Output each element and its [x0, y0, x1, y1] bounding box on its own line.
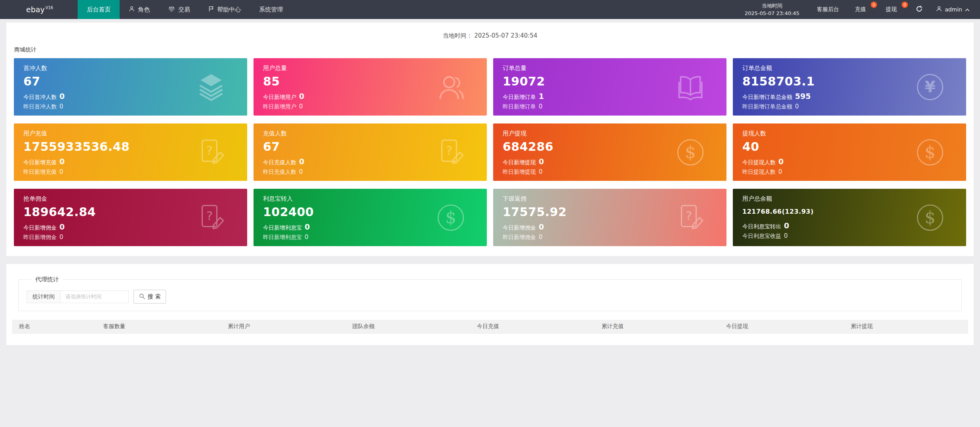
search-icon	[139, 293, 145, 300]
stat-card: 用户充值 1755933536.48 今日新增充值 0 昨日新增充值 0 ?	[14, 123, 247, 181]
stat-line-value: 1	[539, 92, 544, 101]
stats-card-grid: 首冲人数 67 今日首冲人数 0 昨日首冲人数 0 用户总量 85 今日新增用户…	[14, 58, 966, 246]
stat-line-value: 0	[59, 157, 65, 166]
stat-line-value: 0	[539, 103, 543, 110]
stat-card-title: 充值人数	[263, 130, 477, 137]
nav-recharge[interactable]: 充值 0	[847, 0, 878, 19]
stat-line-value: 0	[299, 157, 304, 166]
svg-text:$: $	[445, 207, 456, 227]
search-button-label: 搜 索	[148, 293, 160, 300]
stat-card-title: 用户总量	[263, 65, 477, 72]
file-edit-icon: ?	[196, 137, 227, 168]
stat-card-yesterday-line: 昨日提现人数 0	[742, 168, 957, 176]
refresh-button[interactable]	[909, 0, 930, 19]
stat-line-label: 今日新增用户	[263, 94, 296, 101]
stat-card-yesterday-line: 昨日新增利息宝 0	[263, 233, 477, 241]
stat-card: 利息宝转入 102400 今日新增利息宝 0 昨日新增利息宝 0 $	[254, 189, 487, 246]
user-menu[interactable]: admin	[930, 0, 980, 19]
stat-time-label: 统计时间	[27, 290, 61, 303]
stat-card: 充值人数 67 今日充值人数 0 昨日充值人数 0 ?	[254, 123, 487, 181]
person-icon	[129, 6, 135, 13]
stat-line-label: 昨日新增佣金	[503, 234, 536, 241]
table-header-cell: 今日充值	[470, 320, 595, 333]
dollar-circle-icon: $	[675, 137, 706, 168]
stat-line-label: 今日利息宝转出	[742, 223, 781, 230]
stat-card-yesterday-line: 昨日新增充值 0	[23, 168, 238, 176]
section-title-mall-stats: 商城统计	[14, 46, 974, 53]
stat-line-value: 0	[59, 222, 65, 231]
flag-icon	[208, 6, 214, 13]
stat-time-input[interactable]	[61, 290, 129, 303]
nav-tab-system[interactable]: 系统管理	[250, 0, 292, 19]
stat-card-yesterday-line: 昨日新增提现 0	[503, 168, 717, 176]
search-button[interactable]: 搜 索	[133, 290, 166, 304]
stat-card: 提现人数 40 今日提现人数 0 昨日提现人数 0 $	[733, 123, 966, 181]
people-icon	[435, 72, 466, 102]
stat-line-value: 0	[784, 232, 788, 239]
stat-line-label: 今日新增佣金	[23, 224, 57, 232]
recharge-badge: 0	[871, 2, 877, 8]
svg-text:$: $	[925, 142, 935, 162]
stat-line-value: 0	[539, 157, 544, 166]
stat-line-value: 0	[784, 221, 789, 230]
stat-line-label: 今日新增订单总金额	[742, 94, 792, 101]
file-edit-icon: ?	[435, 137, 466, 168]
stat-line-label: 昨日充值人数	[263, 169, 296, 176]
stat-card-yesterday-line: 今日利息宝收益 0	[742, 232, 957, 240]
stat-card-title: 抢单佣金	[23, 195, 238, 203]
stat-card-title: 提现人数	[742, 130, 957, 137]
nav-tab-trade[interactable]: 交易	[159, 0, 199, 19]
layers-icon	[196, 72, 227, 102]
stat-line-label: 今日新增充值	[23, 159, 57, 166]
nav-tab-help[interactable]: 帮助中心	[199, 0, 250, 19]
table-header-cell: 累计提现	[843, 320, 968, 333]
dollar-circle-icon: $	[915, 202, 946, 233]
stat-line-value: 0	[539, 233, 543, 241]
stat-card-yesterday-line: 昨日首冲人数 0	[23, 103, 238, 110]
table-header-cell: 累计充值	[594, 320, 719, 333]
stat-line-label: 昨日新增订单总金额	[742, 103, 792, 110]
stat-line-label: 昨日新增提现	[503, 169, 536, 176]
stats-panel: 当地时间： 2025-05-07 23:40:54 商城统计 首冲人数 67 今…	[6, 23, 974, 256]
agent-table: 姓名客服数量累计用户团队余额今日充值累计充值今日提现累计提现	[12, 320, 968, 339]
nav-withdraw[interactable]: 提现 0	[878, 0, 909, 19]
nav-tab-roles[interactable]: 角色	[120, 0, 159, 19]
stat-card-yesterday-line: 昨日新增佣金 0	[503, 233, 717, 241]
dollar-circle-icon: $	[915, 137, 946, 168]
stat-line-value: 0	[778, 168, 782, 175]
stat-line-label: 昨日新增充值	[23, 169, 57, 176]
stat-card-yesterday-line: 昨日新增用户 0	[263, 103, 477, 110]
stat-card-yesterday-line: 昨日充值人数 0	[263, 168, 477, 176]
stat-card-yesterday-line: 昨日新增佣金 0	[23, 233, 238, 241]
stat-line-label: 今日新增利息宝	[263, 224, 302, 232]
table-header-cell: 团队余额	[345, 320, 470, 333]
stat-line-value: 0	[299, 92, 304, 101]
agent-panel: 代理统计 统计时间 搜 索 姓名客服数量累计用户团队余额今日充值累计充值今日提现…	[6, 264, 974, 345]
table-header-cell: 今日提现	[719, 320, 844, 333]
stat-line-label: 昨日新增佣金	[23, 234, 57, 241]
stat-card: 用户提现 684286 今日新增提现 0 昨日新增提现 0 $	[493, 123, 726, 181]
stat-line-label: 昨日首冲人数	[23, 103, 57, 110]
file-edit-icon: ?	[675, 202, 706, 233]
stat-line-value: 0	[795, 103, 799, 110]
nav-tab-home[interactable]: 后台首页	[78, 0, 120, 19]
stat-line-value: 0	[59, 168, 63, 175]
agent-filter-form: 统计时间 搜 索	[27, 290, 953, 304]
chevron-up-icon	[965, 6, 970, 13]
svg-text:?: ?	[446, 143, 452, 158]
stat-card: 下级返佣 17575.92 今日新增佣金 0 昨日新增佣金 0 ?	[493, 189, 726, 246]
svg-text:¥: ¥	[925, 78, 935, 96]
svg-text:?: ?	[206, 143, 213, 158]
table-header-cell: 姓名	[12, 320, 96, 333]
nav-service-backend[interactable]: 客服后台	[809, 0, 847, 19]
stat-card-title: 订单总金额	[742, 65, 957, 72]
local-time-text: 当地时间： 2025-05-07 23:40:54	[6, 32, 974, 40]
svg-text:?: ?	[206, 209, 213, 223]
yen-circle-icon: ¥	[915, 72, 946, 102]
stat-line-value: 0	[305, 222, 310, 231]
navbar-right: 当地时间 2025-05-07 23:40:45 客服后台 充值 0 提现 0 …	[735, 0, 980, 19]
scales-icon	[168, 6, 175, 13]
stat-line-label: 今日新增订单	[503, 94, 536, 101]
stat-card: 订单总量 19072 今日新增订单 1 昨日新增订单 0	[493, 58, 726, 116]
stat-card: 抢单佣金 189642.84 今日新增佣金 0 昨日新增佣金 0 ?	[14, 189, 247, 246]
